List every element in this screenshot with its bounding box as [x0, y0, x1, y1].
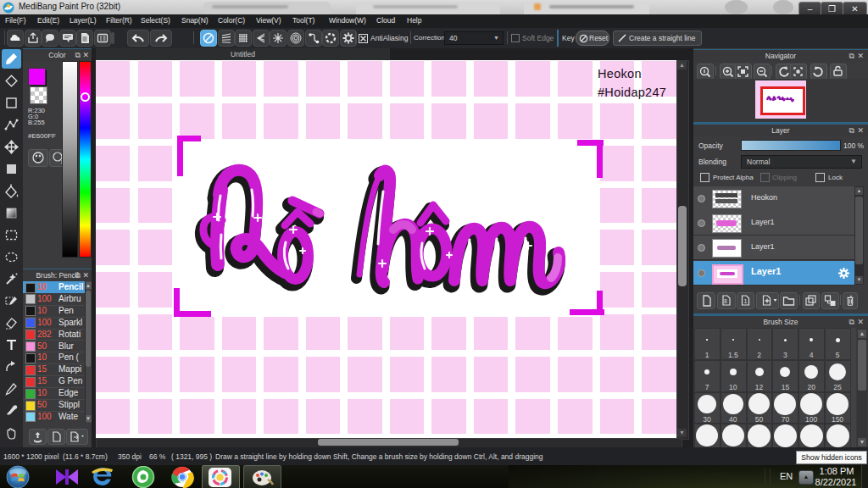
svg-text:8: 8	[724, 298, 727, 304]
svg-text:1: 1	[744, 298, 748, 304]
